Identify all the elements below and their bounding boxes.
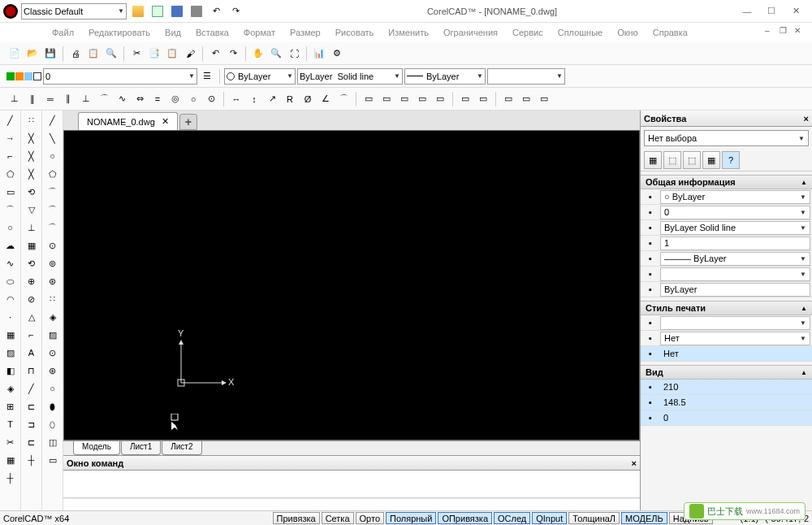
status-button-модель[interactable]: МОДЕЛЬ [621, 512, 667, 524]
property-value[interactable]: Нет [660, 347, 810, 361]
modify-4[interactable]: ╳ [24, 166, 40, 182]
extra-9[interactable]: ⊚ [45, 255, 61, 271]
menu-tools[interactable]: Сервис [506, 26, 550, 39]
modify-18[interactable]: ⊐ [24, 416, 40, 432]
collapse-icon[interactable]: ▲ [801, 305, 807, 312]
menu-format[interactable]: Формат [237, 26, 282, 39]
dim-leader[interactable]: ▭ [414, 91, 430, 107]
document-tab[interactable]: NONAME_0.dwg ✕ [78, 112, 178, 130]
redo-icon[interactable]: ↷ [227, 3, 244, 20]
save-button[interactable]: 💾 [42, 46, 58, 62]
property-row[interactable]: ▪148.5 [641, 395, 812, 410]
extra-8[interactable]: ⊙ [45, 237, 61, 254]
status-button-сетка[interactable]: Сетка [322, 512, 354, 524]
circle-tool[interactable]: ○ [2, 219, 19, 236]
dim-vertical[interactable]: ↕ [246, 91, 262, 107]
dim-space[interactable]: ▭ [536, 91, 552, 107]
extra-10[interactable]: ⊛ [45, 273, 61, 289]
dim-diameter[interactable]: Ø [300, 91, 316, 107]
block-tool[interactable]: ▦ [2, 327, 19, 343]
property-value[interactable]: ByLayer [660, 283, 810, 297]
copy-button[interactable]: 📑 [146, 46, 162, 62]
modify-3[interactable]: ╳ [24, 148, 40, 164]
modify-6[interactable]: ▽ [24, 202, 40, 218]
extra-18[interactable]: ⬯ [45, 416, 61, 432]
property-value[interactable]: ▼ [660, 316, 810, 330]
point-tool[interactable]: · [2, 309, 19, 325]
constraint-concentric[interactable]: ◎ [167, 91, 184, 107]
linetype-dropdown[interactable]: ByLayer Solid line ▼ [297, 68, 403, 85]
extra-7[interactable]: ⌒ [45, 219, 61, 236]
constraint-fix[interactable]: ⊙ [203, 91, 219, 107]
mdi-close-button[interactable]: ✕ [794, 26, 806, 37]
workspace-dropdown[interactable]: Classic Default ▼ [21, 3, 127, 20]
modify-5[interactable]: ⟲ [24, 184, 40, 200]
modify-15[interactable]: ⊓ [24, 362, 40, 379]
print-preview-button[interactable]: 📋 [85, 46, 102, 62]
lineweight-dropdown[interactable]: ByLayer ▼ [404, 68, 486, 85]
polyline-tool[interactable]: ⌐ [2, 148, 19, 164]
extra-11[interactable]: ∷ [45, 291, 61, 307]
layer-manager-button[interactable]: ☰ [199, 68, 215, 85]
property-value[interactable]: 148.5 [660, 396, 810, 410]
format-painter-button[interactable]: 🖌 [182, 46, 198, 62]
select-objects-button[interactable]: ⬚ [663, 151, 681, 169]
extra-19[interactable]: ◫ [45, 434, 61, 450]
dim-center[interactable]: ▭ [432, 91, 448, 107]
new-button[interactable]: 📄 [6, 46, 23, 62]
drawing-canvas[interactable]: X Y [63, 130, 640, 440]
collapse-icon[interactable]: ▲ [801, 369, 807, 376]
menu-modify[interactable]: Изменить [382, 26, 435, 39]
property-value[interactable]: ○ ByLayer▼ [660, 190, 810, 204]
maximize-button[interactable]: ☐ [765, 5, 778, 18]
undo-icon[interactable]: ↶ [208, 3, 224, 20]
extra-3[interactable]: ○ [45, 148, 61, 164]
hatch-tool[interactable]: ▨ [2, 345, 19, 361]
undo-button[interactable]: ↶ [207, 46, 223, 62]
collapse-icon[interactable]: ▲ [801, 179, 807, 186]
dim-horizontal[interactable]: ↔ [228, 91, 244, 107]
new-icon[interactable] [149, 3, 166, 20]
pan-button[interactable]: ✋ [250, 46, 266, 62]
constraint-vertical[interactable]: ‖ [24, 91, 41, 107]
property-value[interactable]: ——— ByLayer▼ [660, 252, 810, 266]
property-row[interactable]: ▪——— ByLayer▼ [641, 251, 812, 267]
extra-4[interactable]: ⬠ [45, 166, 61, 182]
dim-arc[interactable]: ⌒ [335, 91, 352, 107]
modify-13[interactable]: ⌐ [24, 327, 40, 343]
constraint-parallel[interactable]: ∥ [60, 91, 76, 107]
property-row[interactable]: ▪○ ByLayer▼ [641, 189, 812, 205]
add-tab-button[interactable]: + [179, 114, 197, 130]
ellipse-arc-tool[interactable]: ◠ [2, 291, 19, 307]
menu-draw[interactable]: Рисовать [329, 26, 381, 39]
dim-baseline[interactable]: ▭ [361, 91, 377, 107]
property-row[interactable]: ▪1 [641, 236, 812, 251]
property-row[interactable]: ▪ByLayer [641, 282, 812, 297]
zoom-extents-button[interactable]: ⛶ [286, 46, 302, 62]
modify-1[interactable]: ∷ [24, 112, 40, 128]
status-button-привязка[interactable]: Привязка [273, 512, 320, 524]
status-button-толщинал[interactable]: ТолщинаЛ [568, 512, 620, 524]
command-input[interactable] [63, 498, 640, 510]
extra-17[interactable]: ⬮ [45, 398, 61, 414]
spline-tool[interactable]: ∿ [2, 255, 19, 271]
menu-view[interactable]: Вид [158, 26, 188, 39]
dim-override[interactable]: ▭ [518, 91, 534, 107]
dim-style[interactable]: ▭ [500, 91, 516, 107]
extra-5[interactable]: ⌒ [45, 184, 61, 200]
layer-freeze-icon[interactable] [15, 72, 24, 80]
property-row[interactable]: ▪ByLayer Solid line▼ [641, 220, 812, 236]
layer-color-icon[interactable] [33, 72, 41, 80]
layer-lock-icon[interactable] [24, 72, 32, 80]
property-value[interactable]: 0▼ [660, 206, 810, 219]
dim-angle[interactable]: ∠ [317, 91, 334, 107]
quick-select-button[interactable]: ⬚ [683, 151, 701, 169]
modify-16[interactable]: ╱ [24, 380, 40, 397]
modify-19[interactable]: ⊏ [24, 434, 40, 450]
line-tool[interactable]: ╱ [2, 112, 19, 128]
filter-dropdown[interactable]: ▼ [487, 68, 565, 85]
layer-state-icon[interactable] [6, 72, 15, 80]
redo-button[interactable]: ↷ [225, 46, 241, 62]
extra-2[interactable]: ╲ [45, 130, 61, 146]
extra-16[interactable]: ○ [45, 380, 61, 397]
